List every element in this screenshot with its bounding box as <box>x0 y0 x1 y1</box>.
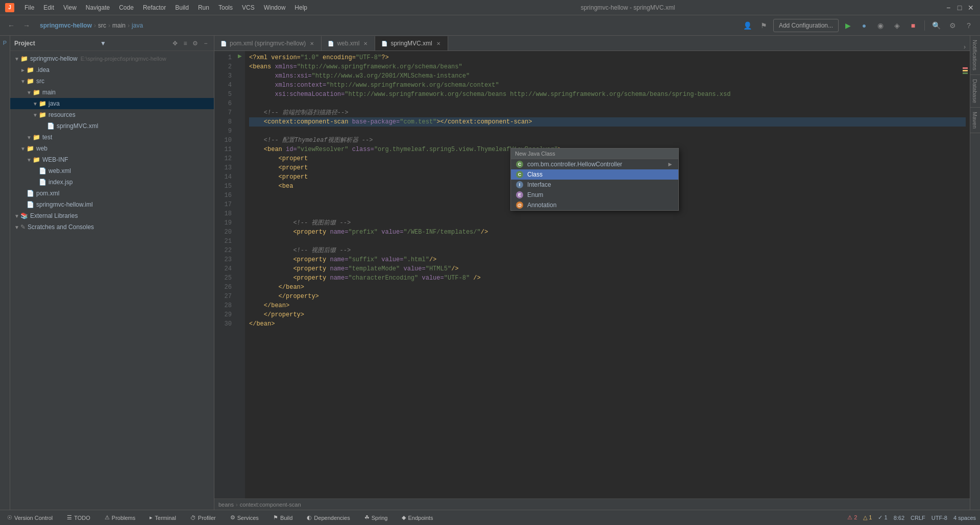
stop-button[interactable]: ■ <box>906 18 920 33</box>
minimize-button[interactable]: − <box>944 4 952 12</box>
menu-tools[interactable]: Tools <box>214 3 237 12</box>
status-dependencies[interactable]: ◐ Dependencies <box>304 513 353 522</box>
autocomplete-item-4[interactable]: @ Annotation <box>511 200 678 210</box>
panel-settings-icon[interactable]: ⚙ <box>191 39 200 47</box>
menu-edit[interactable]: Edit <box>39 3 58 12</box>
tree-main-label: main <box>42 89 56 96</box>
menu-run[interactable]: Run <box>194 3 213 12</box>
folder-icon-webinf: 📁 <box>33 156 40 163</box>
right-tab-maven[interactable]: Maven <box>970 108 980 133</box>
run-button[interactable]: ▶ <box>841 18 855 33</box>
status-build-label: Build <box>280 515 292 521</box>
tab-pom-close-icon[interactable]: ✕ <box>309 40 315 46</box>
status-spring[interactable]: ☘ Spring <box>361 513 391 522</box>
code-content[interactable]: <?xml version="1.0" encoding="UTF-8"?> <… <box>245 51 970 498</box>
status-profiler[interactable]: ⏱ Profiler <box>187 514 219 522</box>
tree-webinf[interactable]: ▼ 📁 WEB-INF <box>10 154 214 165</box>
status-endpoints-label: Endpoints <box>408 515 433 521</box>
autocomplete-item-1[interactable]: C Class <box>511 169 678 180</box>
menu-file[interactable]: File <box>20 3 38 12</box>
editor-bc-context[interactable]: context:component-scan <box>240 502 301 508</box>
editor-bc-sep: › <box>236 502 238 508</box>
right-tab-database[interactable]: Database <box>970 75 980 108</box>
tree-root[interactable]: ▼ 📁 springmvc-hellow E:\spring-project\s… <box>10 53 214 64</box>
coverage-button[interactable]: ◉ <box>873 18 888 33</box>
help-button[interactable]: ? <box>962 18 976 33</box>
file-encoding: UTF-8 <box>932 515 947 521</box>
jsp-icon: 📄 <box>39 179 46 186</box>
panel-close-icon[interactable]: − <box>202 39 210 47</box>
tab-springmvc-xml[interactable]: 📄 springMVC.xml ✕ <box>375 36 448 51</box>
menu-window[interactable]: Window <box>260 3 290 12</box>
tree-main[interactable]: ▼ 📁 main <box>10 87 214 98</box>
menu-vcs[interactable]: VCS <box>238 3 259 12</box>
tree-pom-xml[interactable]: ► 📄 pom.xml <box>10 188 214 199</box>
expand-arrow-resources: ▼ <box>33 112 39 118</box>
tab-springmvc-label: springMVC.xml <box>390 40 432 47</box>
panel-collapse-icon[interactable]: ≡ <box>181 39 189 47</box>
panel-locate-icon[interactable]: ✥ <box>171 39 179 47</box>
tree-scratches[interactable]: ▼ ✎ Scratches and Consoles <box>10 221 214 233</box>
expand-arrow-test: ▼ <box>27 135 33 140</box>
tree-idea[interactable]: ► 📁 .idea <box>10 64 214 76</box>
tab-webxml-label: web.xml <box>337 40 359 47</box>
tab-webxml-close-icon[interactable]: ✕ <box>362 40 369 46</box>
settings-button[interactable]: ⚙ <box>945 18 960 33</box>
tree-external-libs[interactable]: ▼ 📚 External Libraries <box>10 210 214 221</box>
status-build[interactable]: ⚑ Build <box>270 513 296 522</box>
run-config-button[interactable]: Add Configuration... <box>773 19 839 32</box>
status-endpoints[interactable]: ◆ Endpoints <box>399 513 436 522</box>
autocomplete-item-2[interactable]: I Interface <box>511 180 678 190</box>
project-icon[interactable]: P <box>1 38 10 47</box>
breadcrumb-java[interactable]: java <box>132 22 143 29</box>
close-button[interactable]: ✕ <box>967 4 975 12</box>
autocomplete-popup: New Java Class C com.bm.controller.Hello… <box>510 148 679 211</box>
status-problems[interactable]: ⚠ Problems <box>102 513 138 522</box>
profile-button[interactable]: ◈ <box>890 18 904 33</box>
tab-more-button[interactable]: › <box>960 43 970 51</box>
menu-build[interactable]: Build <box>171 3 193 12</box>
right-tab-notifications[interactable]: Notifications <box>970 36 980 75</box>
status-terminal[interactable]: ▸ Terminal <box>146 513 179 522</box>
status-todo[interactable]: ☰ TODO <box>64 513 93 522</box>
panel-dropdown[interactable]: ▼ <box>100 40 106 47</box>
title-bar-left: J File Edit View Navigate Code Refactor … <box>5 3 311 12</box>
tree-test[interactable]: ▼ 📁 test <box>10 132 214 143</box>
breadcrumb-main[interactable]: main <box>112 22 126 29</box>
editor-bc-beans[interactable]: beans <box>218 502 234 508</box>
search-button[interactable]: 🔍 <box>929 18 943 33</box>
menu-navigate[interactable]: Navigate <box>82 3 114 12</box>
tree-springmvc-label: springMVC.xml <box>57 122 98 130</box>
status-services[interactable]: ⚙ Services <box>227 513 262 522</box>
bookmark-icon[interactable]: ⚑ <box>757 18 771 33</box>
tree-index-jsp[interactable]: ► 📄 index.jsp <box>10 177 214 188</box>
menu-code[interactable]: Code <box>115 3 138 12</box>
tree-resources[interactable]: ▼ 📁 resources <box>10 109 214 120</box>
tab-web-xml[interactable]: 📄 web.xml ✕ <box>322 36 375 51</box>
maximize-button[interactable]: □ <box>955 4 964 12</box>
tree-src[interactable]: ▼ 📁 src <box>10 76 214 87</box>
tree-scratches-label: Scratches and Consoles <box>28 223 94 231</box>
back-button[interactable]: ← <box>4 18 18 33</box>
dependencies-icon: ◐ <box>307 514 312 521</box>
account-icon[interactable]: 👤 <box>741 18 755 33</box>
tree-springmvc-xml[interactable]: ► 📄 springMVC.xml <box>10 120 214 132</box>
tab-pom-xml[interactable]: 📄 pom.xml (springmvc-hellow) ✕ <box>214 36 322 51</box>
ac-label-2: Interface <box>527 181 551 188</box>
tree-java[interactable]: ▼ 📁 java <box>10 98 214 109</box>
tree-iml[interactable]: ► 📄 springmvc-hellow.iml <box>10 199 214 210</box>
tree-web[interactable]: ▼ 📁 web <box>10 143 214 154</box>
autocomplete-item-3[interactable]: E Enum <box>511 190 678 200</box>
status-version-control[interactable]: ☉ Version Control <box>4 513 56 522</box>
autocomplete-item-0[interactable]: C com.bm.controller.HellowController ► <box>511 159 678 169</box>
menu-view[interactable]: View <box>59 3 81 12</box>
tree-web-xml[interactable]: ► 📄 web.xml <box>10 165 214 177</box>
menu-help[interactable]: Help <box>290 3 311 12</box>
tab-springmvc-close-icon[interactable]: ✕ <box>435 40 442 46</box>
forward-button[interactable]: → <box>19 18 34 33</box>
breadcrumb-src[interactable]: src <box>98 22 106 29</box>
breadcrumb-project[interactable]: springmvc-hellow <box>40 22 92 29</box>
menu-refactor[interactable]: Refactor <box>139 3 170 12</box>
debug-button[interactable]: ● <box>857 18 871 33</box>
editor-content[interactable]: 12345 678910 1112131415 1617181920 21222… <box>214 51 970 498</box>
